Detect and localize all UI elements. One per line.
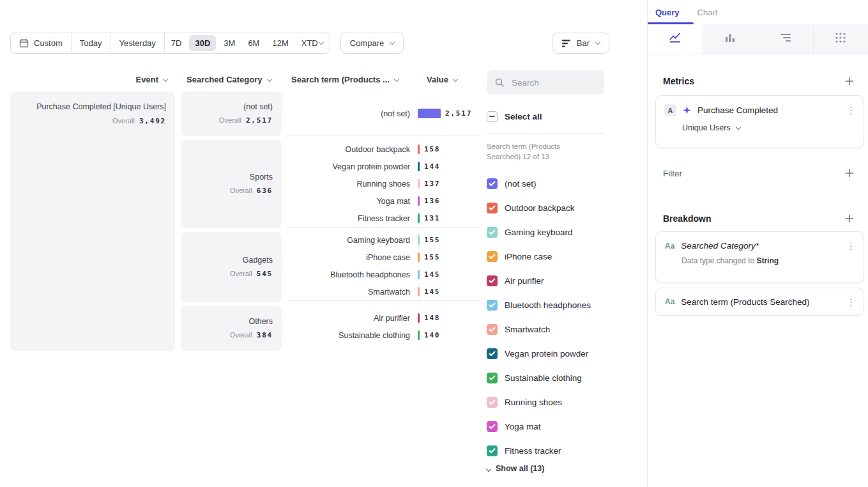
term-label: Vegan protein powder: [287, 162, 410, 171]
event-cell[interactable]: Purchase Completed [Unique Users] Overal…: [10, 91, 175, 351]
search-input[interactable]: [510, 77, 587, 88]
overall-label: Overall: [230, 187, 252, 194]
breakdown-card[interactable]: Aa Searched Category* ⋮ Data type change…: [655, 231, 864, 283]
custom-date-button[interactable]: Custom: [11, 33, 71, 53]
value-bar[interactable]: [418, 144, 420, 154]
indeterminate-checkbox[interactable]: [487, 111, 498, 122]
show-all-link[interactable]: Show all (13): [487, 464, 604, 473]
more-menu-icon[interactable]: ⋮: [846, 297, 856, 307]
filter-item[interactable]: Bluetooth headphones: [487, 293, 604, 317]
value-bar[interactable]: [418, 109, 441, 118]
xtd-button[interactable]: XTD: [295, 33, 330, 53]
filter-item[interactable]: Air purifier: [487, 268, 604, 293]
metric-card[interactable]: A Purchase Completed ⋮ Unique Users: [655, 95, 864, 148]
category-cell[interactable]: Gadgets Overall545: [181, 232, 282, 302]
sparkle-icon: [682, 105, 692, 115]
term-row[interactable]: iPhone case155: [287, 249, 479, 266]
term-row[interactable]: Sustainable clothing140: [287, 327, 479, 344]
range-6m-button[interactable]: 6M: [241, 33, 266, 53]
tab-flows[interactable]: [814, 24, 868, 54]
filter-item[interactable]: Sustainable clothing: [487, 366, 604, 390]
column-header-searched-category[interactable]: Searched Category: [187, 75, 271, 84]
range-30d-button[interactable]: 30D: [189, 35, 216, 51]
range-7d-button[interactable]: 7D: [165, 33, 188, 53]
checkbox[interactable]: [487, 275, 498, 286]
today-button[interactable]: Today: [72, 33, 110, 53]
checkbox[interactable]: [487, 421, 498, 432]
tab-chart[interactable]: Chart: [697, 8, 718, 17]
header-label: Search term (Products ...: [291, 75, 390, 84]
value-bar[interactable]: [418, 213, 420, 223]
checkbox[interactable]: [487, 348, 498, 359]
checkbox[interactable]: [487, 203, 498, 213]
select-all-row[interactable]: Select all: [487, 109, 604, 124]
checkbox[interactable]: [487, 178, 498, 189]
term-row[interactable]: Gaming keyboard155: [287, 231, 479, 249]
value-label: 148: [424, 314, 440, 322]
filter-items: (not set) Outdoor backpack Gaming keyboa…: [487, 171, 604, 463]
range-3m-button[interactable]: 3M: [217, 33, 241, 53]
checkbox[interactable]: [487, 300, 498, 311]
value-label: 145: [424, 288, 440, 296]
value-bar[interactable]: [418, 179, 420, 189]
checkbox[interactable]: [487, 251, 498, 262]
add-breakdown-button[interactable]: [845, 214, 854, 223]
tab-query[interactable]: Query: [655, 8, 680, 17]
tab-funnels[interactable]: [703, 24, 759, 54]
term-row[interactable]: Yoga mat136: [287, 192, 479, 210]
term-row[interactable]: Fitness tracker131: [287, 210, 479, 227]
checkbox[interactable]: [487, 227, 498, 238]
show-all-label: Show all (13): [496, 464, 544, 473]
term-row[interactable]: Running shoes137: [287, 175, 479, 192]
term-row[interactable]: Bluetooth headphones145: [287, 266, 479, 283]
term-row[interactable]: Smartwatch145: [287, 283, 479, 300]
filter-item[interactable]: Smartwatch: [487, 317, 604, 341]
tab-retention[interactable]: [758, 24, 814, 54]
checkbox-label: Yoga mat: [505, 422, 541, 431]
chart-type-button[interactable]: Bar: [552, 33, 609, 54]
filter-item[interactable]: Running shoes: [487, 390, 604, 414]
event-overall-value: 3,492: [139, 117, 166, 125]
filter-item[interactable]: iPhone case: [487, 244, 604, 268]
value-bar[interactable]: [418, 196, 420, 206]
value-bar[interactable]: [418, 235, 420, 245]
filter-item[interactable]: Fitness tracker: [487, 438, 604, 463]
value-bar[interactable]: [418, 270, 420, 279]
add-filter-button[interactable]: [845, 169, 854, 178]
value-bar[interactable]: [418, 313, 420, 323]
breakdown-card[interactable]: Aa Search term (Products Searched) ⋮: [655, 288, 864, 316]
value-bar[interactable]: [418, 287, 420, 297]
metric-unit-selector[interactable]: Unique Users: [682, 123, 864, 132]
checkbox[interactable]: [487, 373, 498, 383]
column-header-event[interactable]: Event: [10, 75, 167, 84]
checkbox[interactable]: [487, 324, 498, 335]
more-menu-icon[interactable]: ⋮: [846, 105, 856, 115]
term-row[interactable]: (not set)2,517: [287, 105, 479, 122]
filter-item[interactable]: Gaming keyboard: [487, 220, 604, 244]
tab-insights[interactable]: [648, 24, 703, 54]
category-cell[interactable]: (not set) Overall2,517: [181, 91, 282, 136]
chevron-down-icon: [453, 76, 458, 81]
category-cell[interactable]: Sports Overall636: [181, 140, 282, 228]
filter-item[interactable]: Outdoor backpack: [487, 196, 604, 220]
term-row[interactable]: Vegan protein powder144: [287, 158, 479, 175]
filter-item[interactable]: Yoga mat: [487, 414, 604, 438]
value-bar[interactable]: [418, 162, 420, 171]
column-header-search-term[interactable]: Search term (Products ...: [291, 75, 399, 84]
category-cell[interactable]: Others Overall384: [181, 306, 282, 351]
term-row[interactable]: Air purifier148: [287, 309, 479, 327]
yesterday-button[interactable]: Yesterday: [111, 33, 164, 53]
add-metric-button[interactable]: [845, 77, 854, 86]
search-box[interactable]: [487, 70, 604, 95]
filter-item[interactable]: (not set): [487, 171, 604, 196]
more-menu-icon[interactable]: ⋮: [846, 241, 856, 251]
filter-item[interactable]: Vegan protein powder: [487, 341, 604, 366]
value-bar[interactable]: [418, 330, 420, 340]
term-row[interactable]: Outdoor backpack158: [287, 141, 479, 158]
column-header-value[interactable]: Value: [427, 75, 457, 84]
checkbox[interactable]: [487, 397, 498, 408]
compare-button[interactable]: Compare: [340, 33, 404, 54]
range-12m-button[interactable]: 12M: [266, 33, 294, 53]
checkbox[interactable]: [487, 445, 498, 456]
value-bar[interactable]: [418, 252, 420, 262]
